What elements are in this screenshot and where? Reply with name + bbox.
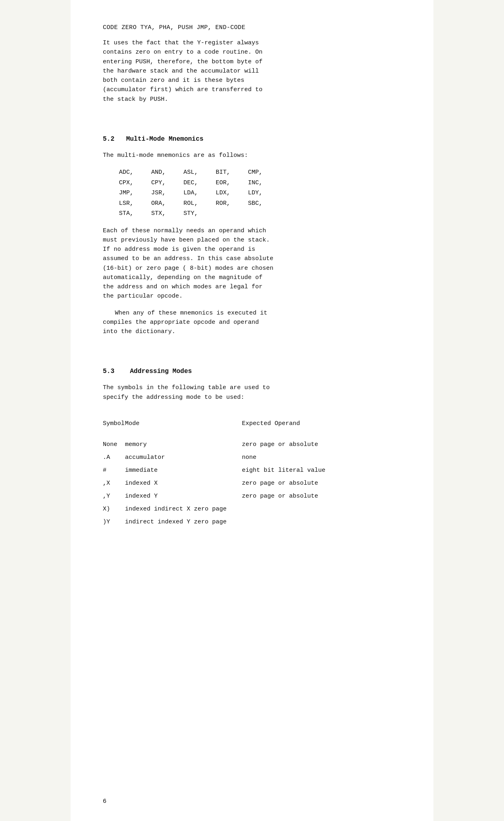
- table-row-hash: # immediate eight bit literal value: [103, 464, 401, 477]
- section-separator-2: [103, 344, 401, 356]
- mnemonic-cell: CPY,: [151, 178, 183, 188]
- section-53-number: 5.3: [103, 368, 115, 375]
- symbol-xi: X): [103, 504, 125, 514]
- expected-x: zero page or absolute: [242, 479, 401, 488]
- mode-xi: indexed indirect X zero page: [125, 504, 242, 514]
- mnemonic-cell: SBC,: [248, 198, 280, 209]
- mnemonic-cell: DEC,: [183, 178, 216, 188]
- table-row-none: None memory zero page or absolute: [103, 438, 401, 451]
- mnemonic-cell: LDY,: [248, 188, 280, 198]
- symbol-a: .A: [103, 453, 125, 463]
- mode-x: indexed X: [125, 479, 242, 488]
- mnemonic-cell: EOR,: [216, 178, 248, 188]
- mnemonic-row-2: CPX, CPY, DEC, EOR, INC,: [119, 178, 401, 188]
- expected-hash: eight bit literal value: [242, 466, 401, 475]
- section-53-title: Addressing Modes: [130, 368, 192, 375]
- mnemonic-cell: STY,: [183, 208, 216, 219]
- mnemonic-row-5: STA, STX, STY,: [119, 208, 401, 219]
- mnemonic-cell: CMP,: [248, 167, 280, 178]
- mode-iy: indirect indexed Y zero page: [125, 517, 242, 527]
- expected-a: none: [242, 453, 401, 463]
- expected-none: zero page or absolute: [242, 440, 401, 450]
- header-mode: Mode: [125, 419, 242, 429]
- section-52-number: 5.2: [103, 135, 115, 143]
- mnemonic-cell: BIT,: [216, 167, 248, 178]
- mnemonic-cell: ROR,: [216, 198, 248, 209]
- mnemonic-table: ADC, AND, ASL, BIT, CMP, CPX, CPY, DEC, …: [119, 167, 401, 219]
- symbol-hash: #: [103, 466, 125, 475]
- mode-hash: immediate: [125, 466, 242, 475]
- mode-y: indexed Y: [125, 492, 242, 501]
- table-row-iy: )Y indirect indexed Y zero page: [103, 516, 401, 529]
- symbol-x: ,X: [103, 479, 125, 488]
- table-spacer-2: [103, 430, 401, 438]
- section-separator-1: [103, 111, 401, 123]
- mnemonic-cell: ASL,: [183, 167, 216, 178]
- paragraph-2: The multi-mode mnemonics are as follows:: [103, 151, 401, 160]
- table-spacer: [103, 409, 401, 417]
- paragraph-3: Each of these normally needs an operand …: [103, 226, 401, 301]
- mnemonic-cell: LDA,: [183, 188, 216, 198]
- mode-a: accumulator: [125, 453, 242, 463]
- table-row-xi: X) indexed indirect X zero page: [103, 503, 401, 516]
- page-number: 6: [103, 798, 106, 805]
- mnemonic-cell: INC,: [248, 178, 280, 188]
- header-expected: Expected Operand: [242, 419, 401, 429]
- table-row-y: ,Y indexed Y zero page or absolute: [103, 490, 401, 503]
- mnemonic-cell: ADC,: [119, 167, 151, 178]
- mnemonic-cell: JSR,: [151, 188, 183, 198]
- mnemonic-row-3: JMP, JSR, LDA, LDX, LDY,: [119, 188, 401, 198]
- mnemonic-cell: LSR,: [119, 198, 151, 209]
- mnemonic-cell: ORA,: [151, 198, 183, 209]
- mode-none: memory: [125, 440, 242, 450]
- mnemonic-row-4: LSR, ORA, ROL, ROR, SBC,: [119, 198, 401, 209]
- paragraph-5: The symbols in the following table are u…: [103, 383, 401, 402]
- section-52-title: Multi-Mode Mnemonics: [126, 135, 204, 143]
- mnemonic-row-1: ADC, AND, ASL, BIT, CMP,: [119, 167, 401, 178]
- table-row-x: ,X indexed X zero page or absolute: [103, 477, 401, 490]
- code-line: CODE ZERO TYA, PHA, PUSH JMP, END-CODE: [103, 24, 401, 31]
- mnemonic-cell: ROL,: [183, 198, 216, 209]
- expected-y: zero page or absolute: [242, 492, 401, 501]
- symbol-y: ,Y: [103, 492, 125, 501]
- mnemonic-cell: LDX,: [216, 188, 248, 198]
- symbol-iy: )Y: [103, 517, 125, 527]
- section-53-heading: 5.3 Addressing Modes: [103, 368, 401, 375]
- mnemonic-cell: STX,: [151, 208, 183, 219]
- table-header-row: Symbol Mode Expected Operand: [103, 417, 401, 430]
- mnemonic-cell: STA,: [119, 208, 151, 219]
- table-row-a: .A accumulator none: [103, 451, 401, 464]
- mnemonic-cell: AND,: [151, 167, 183, 178]
- mnemonic-cell: CPX,: [119, 178, 151, 188]
- section-52-heading: 5.2 Multi-Mode Mnemonics: [103, 135, 401, 143]
- symbol-none: None: [103, 440, 125, 450]
- mnemonic-cell: JMP,: [119, 188, 151, 198]
- paragraph-4: When any of these mnemonics is executed …: [103, 308, 401, 337]
- page: CODE ZERO TYA, PHA, PUSH JMP, END-CODE I…: [71, 0, 433, 821]
- paragraph-1: It uses the fact that the Y-register alw…: [103, 38, 401, 104]
- header-symbol: Symbol: [103, 419, 125, 429]
